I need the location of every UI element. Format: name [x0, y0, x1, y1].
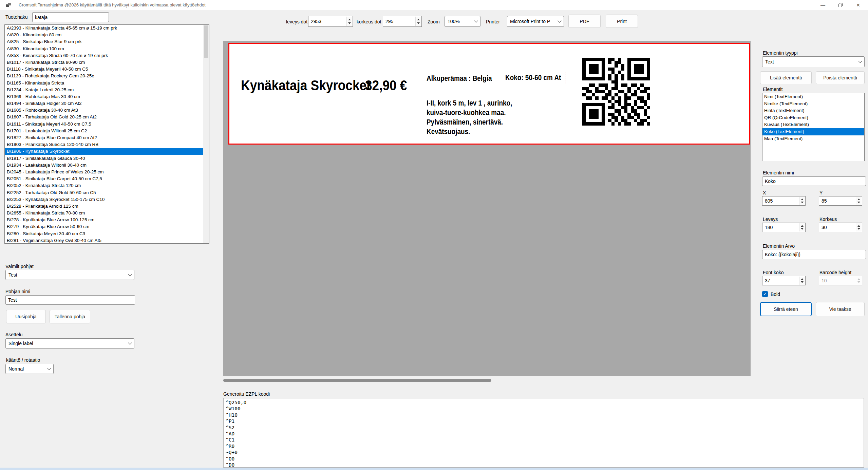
height-dot-spinner[interactable]: 295 [383, 16, 422, 27]
maximize-button[interactable] [833, 0, 848, 10]
list-item[interactable]: B/1139 - Rohtokataja Rockery Gem 20-25c [5, 73, 209, 79]
close-icon[interactable]: ✕ [850, 0, 866, 10]
canvas-horizontal-scrollbar[interactable] [223, 379, 491, 382]
list-item[interactable]: A/2393 - Kiinankataja Stricta 45-65 cm ø… [5, 25, 209, 32]
print-button[interactable]: Print [606, 15, 638, 28]
send-back-button[interactable]: Vie taakse [816, 302, 865, 316]
ezpl-code-box[interactable]: ^Q250,0^W100^H10^P1^S2^AD^C1^R0~Q+0^O0^D… [223, 398, 864, 468]
layout-label: Asettelu [5, 332, 23, 337]
list-item[interactable]: B/281 - Virginiankataja Grey Owl 30-40 c… [5, 237, 209, 244]
qr-code[interactable] [582, 58, 650, 126]
ezpl-code-line: ^W100 [226, 406, 862, 412]
product-list-scrollbar[interactable] [203, 25, 209, 243]
list-item[interactable]: A/830 - Kiinankataja 100 cm [5, 45, 209, 52]
list-item[interactable]: B/1118 - Sinikataja Meyerii 40-50 cm C5 [5, 66, 209, 73]
product-search-input[interactable]: kataja [32, 12, 109, 22]
spinner-arrows-icon[interactable] [856, 223, 862, 231]
product-list[interactable]: A/2393 - Kiinankataja Stricta 45-65 cm ø… [4, 24, 209, 244]
save-template-button[interactable]: Tallenna pohja [50, 310, 90, 323]
template-name-input[interactable]: Test [5, 295, 135, 305]
list-item[interactable]: B/2252 - Tarhakataja Old Gold 50-60 cm C… [5, 189, 209, 196]
element-list-item[interactable]: Maa (TextElement) [762, 135, 864, 143]
width-dot-spinner[interactable]: 2953 [308, 16, 353, 27]
element-type-label: Elementin tyyppi [763, 50, 798, 56]
element-list-item[interactable]: QR (QrCodeElement) [762, 114, 864, 121]
add-element-button[interactable]: Lisää elementti [760, 71, 812, 84]
list-item[interactable]: B/2655 - Kiinankataja Stricta 70-80 cm [5, 210, 209, 217]
label-description-element[interactable]: I-II, kork 5 m, lev 1 , aurinko,kuiva-tu… [427, 98, 526, 136]
spinner-arrows-icon[interactable] [799, 223, 805, 231]
list-item[interactable]: B/279 - Kynäkataja Blue Arrow 50-60 cm [5, 223, 209, 230]
list-item[interactable]: A/820 - Kiinankataja 80 cm [5, 32, 209, 38]
list-item[interactable]: B/1917 - Sinilaakakataja Glauca 30-40 [5, 155, 209, 162]
element-type-select[interactable]: Text [762, 56, 865, 67]
printer-select[interactable]: Microsoft Print to P [507, 16, 564, 27]
element-list-item[interactable]: Hinta (TextElement) [762, 107, 864, 114]
printer-label: Printer [486, 19, 500, 24]
pdf-button[interactable]: PDF [568, 15, 601, 28]
bring-front-button[interactable]: Siirrä eteen [760, 302, 812, 316]
y-label: Y [819, 190, 823, 195]
list-item[interactable]: A/853 - Kiinankataja Stricta 60-70 cm ø … [5, 52, 209, 59]
window-bottom-scrollbar[interactable] [0, 468, 868, 470]
template-select[interactable]: Test [5, 270, 134, 280]
ezpl-code-line: ^H10 [226, 412, 862, 418]
label-koko-element-selected[interactable]: Koko: 50-60 cm At [503, 72, 566, 84]
list-item[interactable]: B/1369 - Rohtokataja Mas 30-40 cm [5, 93, 209, 100]
rotation-select[interactable]: Normal [5, 364, 54, 374]
zoom-select[interactable]: 100% [445, 16, 480, 27]
bold-checkbox[interactable]: ✓ [762, 291, 768, 297]
element-list-item[interactable]: Kuvaus (TextElement) [762, 121, 864, 128]
element-list-item[interactable]: Koko (TextElement) [762, 128, 864, 135]
label-origin-element[interactable]: Alkuperämaa : Belgia [427, 74, 492, 83]
remove-element-button[interactable]: Poista elementti [816, 71, 865, 84]
element-value-input[interactable]: Koko: {{kokolaji}} [762, 250, 866, 259]
spinner-arrows-icon[interactable] [346, 17, 352, 26]
description-line: I-II, kork 5 m, lev 1 , aurinko, [427, 98, 512, 108]
list-item[interactable]: B/2051 - Sinikataja Blue Carpet 40-50 cm… [5, 175, 209, 182]
x-spinner[interactable]: 805 [762, 196, 806, 206]
window-title: Cromsoft Tarraohjelma @2026 käyttämällä … [19, 2, 206, 7]
element-name-input[interactable]: Koko [762, 176, 866, 186]
spinner-arrows-icon[interactable] [856, 197, 862, 205]
new-template-button[interactable]: Uusipohja [6, 310, 46, 323]
spinner-arrows-icon[interactable] [799, 197, 805, 205]
list-item[interactable]: B/1827 - Sinikataja Blue Compact 40 cm A… [5, 134, 209, 141]
spinner-arrows-icon[interactable] [415, 17, 421, 26]
list-item[interactable]: B/278 - Kynäkataja Blue Arrow 100-125 cm [5, 217, 209, 223]
list-item[interactable]: B/1234 - Kataja Loderii 20-25 cm [5, 87, 209, 93]
list-item[interactable]: B/1934 - Laakakataja Wiltonii 30-40 cm [5, 162, 209, 169]
element-list-item[interactable]: Nimike (TextElement) [762, 100, 864, 108]
list-item[interactable]: B/280 - Sinikataja Meyeri 30-40 cm C3 [5, 230, 209, 237]
label-preview[interactable]: Kynäkataja Skyrocket 32,90 € Alkuperämaa… [228, 43, 750, 145]
product-search-label: Tuotehaku [5, 14, 28, 20]
element-list-item[interactable]: Nimi (TextElement) [762, 93, 864, 100]
ezpl-code-line: ^Q250,0 [226, 399, 862, 406]
list-item[interactable]: B/1701 - Laakakataja Wiltonii 25 cm C2 [5, 128, 209, 134]
label-price-element[interactable]: 32,90 € [365, 77, 407, 94]
element-width-spinner[interactable]: 180 [762, 223, 806, 232]
element-height-spinner[interactable]: 30 [819, 223, 862, 232]
element-list[interactable]: Nimi (TextElement)Nimike (TextElement)Hi… [762, 93, 865, 161]
list-item[interactable]: B/2045 - Laakakataja Prince of Wales 20-… [5, 169, 209, 175]
label-canvas[interactable]: Kynäkataja Skyrocket 32,90 € Alkuperämaa… [223, 41, 751, 376]
y-spinner[interactable]: 85 [819, 196, 862, 206]
list-item[interactable]: B/1494 - Sinikataja Holger 30 cm At2 [5, 100, 209, 107]
list-item[interactable]: B/1903 - Pilarikataja Suecica 120-140 cm… [5, 141, 209, 148]
list-item[interactable]: B/1605 - Rohtokataja 30-40 cm At3 [5, 107, 209, 114]
list-item[interactable]: B/1017 - Kiinankataja Stricta 80-90 cm [5, 59, 209, 66]
list-item[interactable]: B/2253 - Kynäkataja Skyrocket 150-175 cm… [5, 196, 209, 203]
font-size-spinner[interactable]: 37 [762, 276, 806, 285]
label-name-element[interactable]: Kynäkataja Skyrocket [241, 77, 371, 94]
list-item[interactable]: B/1607 - Tarhakataja Old Gold 20-25 cm A… [5, 114, 209, 120]
list-item[interactable]: A/825 - Sinikataja Blue Star 9 cm prk [5, 38, 209, 45]
minimize-button[interactable]: — [815, 0, 831, 10]
list-item[interactable]: B/1906 - Kynäkataja Skyrocket [5, 148, 209, 155]
list-item[interactable]: B/1611 - Sinikataja Meyeri 40-50 cm C7,5 [5, 121, 209, 128]
list-item[interactable]: B/2528 - Pilarikataja Arnold 125 cm [5, 203, 209, 210]
list-item[interactable]: B/1165 - Kiinankataja Stricta [5, 80, 209, 87]
list-item[interactable]: B/2052 - Kiinankataja Stricta 120 cm [5, 182, 209, 189]
scrollbar-thumb[interactable] [204, 25, 208, 58]
spinner-arrows-icon[interactable] [799, 277, 805, 285]
layout-select[interactable]: Single label [5, 338, 134, 349]
